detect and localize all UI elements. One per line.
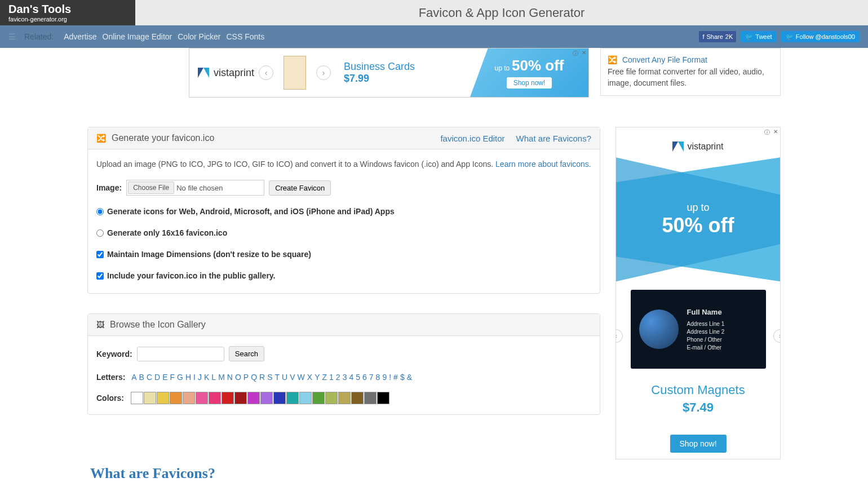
letter-link[interactable]: 9 [382, 373, 387, 382]
color-swatch[interactable] [312, 392, 325, 404]
what-are-favicons-link[interactable]: What are Favicons? [516, 134, 591, 143]
ad-side-next-icon[interactable]: › [773, 329, 781, 343]
letter-link[interactable]: E [162, 373, 167, 382]
color-swatch[interactable] [196, 392, 208, 404]
logo-box[interactable]: Dan's Tools favicon-generator.org [0, 0, 135, 25]
favicon-editor-link[interactable]: favicon.ico Editor [440, 134, 504, 143]
color-swatch[interactable] [144, 392, 156, 404]
ad-prev-icon[interactable]: ‹ [259, 65, 273, 80]
letter-link[interactable]: G [177, 373, 183, 382]
choose-file-button[interactable]: Choose File [128, 182, 174, 194]
letter-link[interactable]: L [211, 373, 216, 382]
letter-link[interactable]: V [290, 373, 295, 382]
letter-link[interactable]: D [154, 373, 160, 382]
twitter-tweet-button[interactable]: 🐦 Tweet [741, 31, 776, 42]
color-swatch[interactable] [247, 392, 260, 404]
color-swatch[interactable] [299, 392, 312, 404]
radio-generate-all[interactable] [96, 208, 104, 215]
letter-link[interactable]: U [282, 373, 287, 382]
panel-gallery: 🖼 Browse the Icon Gallery Keyword: Searc… [87, 313, 600, 415]
letter-link[interactable]: 1 [329, 373, 334, 382]
letter-link[interactable]: O [235, 373, 241, 382]
color-swatch[interactable] [325, 392, 338, 404]
letter-link[interactable]: M [218, 373, 225, 382]
letter-link[interactable]: 2 [336, 373, 340, 382]
letter-link[interactable]: I [193, 373, 196, 382]
learn-more-link[interactable]: Learn more about favicons. [495, 160, 591, 169]
file-input[interactable]: Choose File No file chosen [126, 180, 264, 196]
letter-link[interactable]: X [307, 373, 312, 382]
color-swatch[interactable] [131, 392, 143, 404]
vista-v-icon [198, 68, 209, 78]
ad-close-icon[interactable]: ✕ [773, 129, 778, 135]
letter-link[interactable]: 8 [376, 373, 380, 382]
color-swatch[interactable] [170, 392, 182, 404]
letter-link[interactable]: S [267, 373, 272, 382]
letter-link[interactable]: 3 [343, 373, 347, 382]
letter-link[interactable]: 7 [369, 373, 374, 382]
letter-link[interactable]: B [139, 373, 144, 382]
ad-side-logo: vistaprint [616, 142, 780, 152]
color-swatch[interactable] [260, 392, 273, 404]
color-swatch[interactable] [338, 392, 351, 404]
letters-label: Letters: [96, 373, 125, 382]
ad-close-icon[interactable]: ✕ [582, 50, 586, 56]
color-swatch[interactable] [364, 392, 377, 404]
image-label: Image: [96, 183, 122, 192]
letter-link[interactable]: 6 [362, 373, 367, 382]
create-favicon-button[interactable]: Create Favicon [269, 180, 331, 196]
color-swatch[interactable] [273, 392, 286, 404]
letter-link[interactable]: R [259, 373, 265, 382]
letter-link[interactable]: Y [315, 373, 320, 382]
letter-link[interactable]: W [298, 373, 305, 382]
letter-link[interactable]: ! [389, 373, 391, 382]
letter-link[interactable]: Q [251, 373, 257, 382]
letter-link[interactable]: # [393, 373, 398, 382]
hamburger-icon[interactable]: ☰ [8, 32, 16, 41]
ad-sidebar[interactable]: ⓘ ✕ vistaprint up to 50% off [615, 127, 781, 459]
letter-link[interactable]: N [227, 373, 233, 382]
color-swatch[interactable] [351, 392, 364, 404]
ad-side-prev-icon[interactable]: ‹ [615, 329, 623, 343]
color-swatch[interactable] [209, 392, 221, 404]
letter-link[interactable]: C [147, 373, 152, 382]
color-swatch[interactable] [377, 392, 389, 404]
letter-link[interactable]: P [243, 373, 249, 382]
letter-link[interactable]: 5 [356, 373, 360, 382]
letter-link[interactable]: F [170, 373, 175, 382]
radio-generate-16-label: Generate only 16x16 favicon.ico [107, 228, 227, 237]
facebook-share-button[interactable]: f Share 2K [699, 31, 736, 42]
ad-next-icon[interactable]: › [316, 65, 331, 80]
letter-link[interactable]: 4 [349, 373, 353, 382]
letter-link[interactable]: T [275, 373, 280, 382]
letter-link[interactable]: & [407, 373, 412, 382]
color-swatch[interactable] [222, 392, 234, 404]
ad-shop-button[interactable]: Shop now! [507, 77, 552, 89]
color-swatch[interactable] [286, 392, 299, 404]
nav-link-advertise[interactable]: Advertise [64, 32, 96, 41]
checkbox-public-gallery[interactable] [96, 272, 104, 280]
ad-side-card: Full Name Address Line 1 Address Line 2 … [631, 290, 766, 369]
color-swatch[interactable] [183, 392, 195, 404]
ad-banner-top[interactable]: vistaprint ‹ › Business Cards $7.99 up t… [189, 48, 589, 98]
letter-link[interactable]: K [204, 373, 209, 382]
nav-link-image-editor[interactable]: Online Image Editor [103, 32, 172, 41]
nav-link-css-fonts[interactable]: CSS Fonts [227, 32, 265, 41]
keyword-input[interactable] [137, 347, 224, 361]
color-swatch[interactable] [157, 392, 169, 404]
checkbox-maintain-dimensions[interactable] [96, 251, 104, 258]
letter-link[interactable]: H [185, 373, 191, 382]
color-swatch[interactable] [234, 392, 247, 404]
nav-link-color-picker[interactable]: Color Picker [178, 32, 220, 41]
ad-info-icon[interactable]: ⓘ [764, 129, 770, 136]
twitter-follow-button[interactable]: 🐦 Follow @danstools00 [781, 31, 860, 42]
letter-link[interactable]: $ [400, 373, 405, 382]
search-button[interactable]: Search [229, 346, 264, 361]
ad-side-shop-button[interactable]: Shop now! [670, 435, 727, 453]
convert-file-link[interactable]: Convert Any File Format [622, 55, 707, 64]
letter-link[interactable]: A [131, 373, 136, 382]
letter-link[interactable]: Z [322, 373, 327, 382]
radio-generate-16[interactable] [96, 229, 104, 237]
ad-info-icon[interactable]: ⓘ [573, 50, 578, 58]
letter-link[interactable]: J [198, 373, 202, 382]
